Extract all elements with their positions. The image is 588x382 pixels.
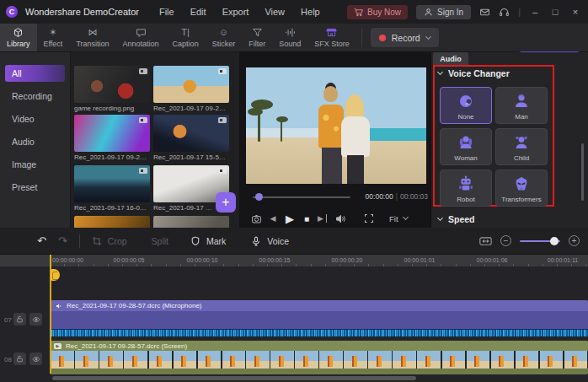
tab-label: SFX Store (314, 40, 350, 48)
video-clip[interactable]: ▶ Rec_2021-09-17 09-28-57.dcrc (Screen) (50, 341, 588, 374)
zoom-in-button[interactable]: + (569, 235, 580, 246)
track-lock-button[interactable] (13, 352, 26, 365)
app-logo-icon: C (6, 6, 18, 18)
play-button[interactable]: ▶ (281, 213, 298, 225)
add-media-button[interactable]: + (216, 192, 236, 213)
voice-option-robot[interactable]: Robot (440, 169, 492, 207)
media-thumbnail[interactable] (153, 66, 229, 103)
redo-button[interactable]: ↷ (58, 234, 67, 247)
tab-annotation[interactable]: Annotation (116, 24, 166, 51)
tab-transition[interactable]: ⋈ Transition (69, 24, 115, 51)
next-frame-button[interactable]: ▶ (315, 214, 327, 223)
sidebar-item-preset[interactable]: Preset (5, 179, 65, 196)
close-button[interactable]: × (569, 7, 581, 17)
preview-panel: 00:00:00|00:00:03 ◀ ▶ ■ ▶ Fit (239, 52, 431, 228)
fullscreen-button[interactable] (361, 213, 377, 223)
track-visibility-button[interactable] (29, 313, 42, 326)
tab-sfx-store[interactable]: SFX Store (307, 24, 356, 51)
shield-mark-icon (190, 236, 200, 246)
sidebar-item-all[interactable]: All (5, 65, 65, 82)
microphone-icon (251, 236, 261, 246)
sign-in-label: Sign In (437, 8, 463, 17)
voice-option-label: Robot (457, 196, 474, 203)
fit-dropdown[interactable]: Fit (389, 214, 408, 223)
zoom-slider-handle[interactable] (550, 237, 559, 245)
split-button[interactable]: Split (146, 236, 168, 246)
panel-scrollbar[interactable] (581, 143, 584, 201)
media-type-icon (139, 117, 147, 123)
ruler-tick-label: 00:00:01:06 (477, 257, 508, 263)
progress-slider-handle[interactable] (255, 193, 263, 201)
video-canvas[interactable] (246, 67, 426, 184)
tab-caption[interactable]: T| Caption (166, 24, 206, 51)
store-icon (326, 27, 337, 38)
voice-option-none[interactable]: None (440, 87, 492, 124)
volume-button[interactable] (332, 213, 349, 224)
tab-label: Annotation (123, 40, 159, 48)
menu-edit[interactable]: Edit (190, 7, 206, 17)
voice-button[interactable]: Voice (251, 236, 289, 246)
media-thumbnail[interactable] (74, 115, 150, 152)
properties-panel: Audio Voice Changer None Man Woman Child… (431, 52, 588, 228)
tab-audio[interactable]: Audio (433, 52, 468, 66)
voice-option-child[interactable]: Child (495, 128, 548, 165)
media-thumbnail[interactable] (153, 115, 229, 152)
tab-library[interactable]: Library (0, 24, 37, 51)
voice-none-icon (457, 93, 474, 110)
tab-label: Library (7, 40, 30, 48)
voice-woman-icon (457, 134, 474, 151)
media-thumbnail[interactable] (74, 66, 150, 103)
maximize-button[interactable]: □ (549, 7, 561, 17)
sidebar-item-recording[interactable]: Recording (5, 88, 65, 105)
media-filename: Rec_2021-09-17 09-28-57.... (153, 105, 229, 112)
track-visibility-button[interactable] (29, 352, 42, 365)
audio-clip[interactable]: Rec_2021-09-17 09-28-57.dcrc (Microphone… (50, 300, 588, 336)
menu-file[interactable]: File (159, 7, 174, 17)
tab-sticker[interactable]: ☺ Sticker (206, 24, 243, 51)
sidebar-item-image[interactable]: Image (5, 156, 65, 173)
voice-option-man[interactable]: Man (495, 87, 548, 124)
voice-option-transformers[interactable]: Transformers (495, 169, 548, 207)
tab-filter[interactable]: Filter (242, 24, 272, 51)
media-thumbnail-partial[interactable] (74, 216, 150, 228)
timeline-horizontal-scrollbar[interactable] (52, 376, 416, 380)
time-display: 00:00:00|00:00:03 (357, 192, 428, 201)
track-lock-button[interactable] (13, 313, 26, 326)
minimize-button[interactable]: – (529, 7, 541, 17)
playback-progress-slider[interactable] (253, 196, 350, 198)
crop-button[interactable]: Crop (92, 236, 127, 246)
media-thumbnail[interactable] (74, 165, 150, 202)
media-type-icon (139, 68, 147, 74)
media-type-icon (218, 168, 227, 174)
menu-help[interactable]: Help (301, 7, 320, 17)
media-type-icon (218, 117, 227, 123)
stop-button[interactable]: ■ (298, 214, 315, 223)
support-button[interactable] (499, 7, 510, 18)
fit-timeline-icon[interactable] (479, 236, 492, 246)
mark-button[interactable]: Mark (190, 236, 226, 246)
record-button[interactable]: Record (371, 28, 439, 47)
timeline-zoom-slider[interactable] (520, 240, 560, 242)
tab-sound[interactable]: Sound (272, 24, 307, 51)
window-divider: | (518, 7, 521, 17)
previous-frame-button[interactable]: ◀ (265, 214, 281, 223)
sidebar-item-audio[interactable]: Audio (5, 133, 65, 150)
buy-now-button[interactable]: Buy Now (347, 5, 408, 19)
voice-changer-header[interactable]: Voice Changer (438, 68, 510, 78)
timeline-ruler[interactable]: 00:00:00:00 00:00:00:05 00:00:00:10 00:0… (0, 255, 588, 266)
library-sidebar: All Recording Video Audio Image Preset (0, 52, 71, 228)
menu-export[interactable]: Export (222, 7, 249, 17)
feedback-mail-button[interactable] (479, 7, 490, 18)
sign-in-button[interactable]: Sign In (416, 5, 471, 19)
voice-option-woman[interactable]: Woman (440, 128, 492, 165)
speed-header[interactable]: Speed (438, 214, 475, 224)
zoom-out-button[interactable]: − (500, 235, 511, 246)
undo-button[interactable]: ↶ (37, 234, 46, 247)
sidebar-item-video[interactable]: Video (5, 110, 65, 127)
tab-effect[interactable]: ✶ Effect (37, 24, 70, 51)
snapshot-button[interactable] (248, 213, 265, 224)
palm-tree (248, 108, 263, 116)
media-filename: Rec_2021-09-17 21-07-5 (153, 204, 212, 212)
media-thumbnail-partial[interactable] (153, 216, 229, 228)
menu-view[interactable]: View (265, 7, 285, 17)
